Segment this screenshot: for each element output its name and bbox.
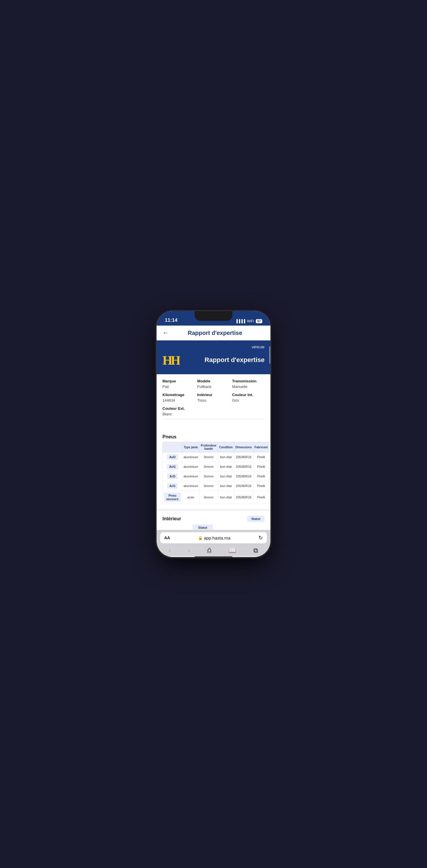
info-couleur-ext: Couleur Ext. Blanc xyxy=(163,406,195,416)
tire-dimensions: 205/80R16 xyxy=(234,462,253,472)
tire-col-fabricant: Fabricant xyxy=(253,442,269,452)
divider xyxy=(163,419,264,419)
tire-profondeur: 3mmm xyxy=(199,481,218,491)
tire-label: Pneu secours xyxy=(163,491,182,504)
tire-row: AvG aluminium 3mmm bon état 205/80R16 Pi… xyxy=(163,462,269,472)
battery-badge: 97 xyxy=(256,319,262,323)
tire-profondeur: 3mmm xyxy=(199,452,218,462)
tires-table: Type jante Profondeur bande Condition Di… xyxy=(163,442,269,504)
tire-profondeur: 3mmm xyxy=(199,462,218,472)
info-marque: Marque Fiat xyxy=(163,379,195,389)
tires-heading: Pneus xyxy=(163,434,264,439)
logo-area: H H Rapport d'expertise xyxy=(163,351,264,368)
notch xyxy=(195,311,232,321)
page-title: Rapport d'expertise xyxy=(172,330,258,336)
url-bar[interactable]: AA 🔒 app.hasta.ma ↻ xyxy=(160,532,267,543)
tire-label: ArG xyxy=(163,481,182,491)
url-display: 🔒 app.hasta.ma xyxy=(198,535,230,540)
status-bar: 11:14 ▐▐▐▐ WiFi 97 xyxy=(156,311,271,326)
back-nav-button[interactable]: ‹ xyxy=(169,547,171,554)
tire-profondeur: 3mmm xyxy=(199,491,218,504)
tire-dimensions: 205/80R16 xyxy=(234,481,253,491)
browser-controls: ‹ › ⎙ 📖 ⧉ xyxy=(160,546,267,556)
aa-button[interactable]: AA xyxy=(164,535,170,540)
tire-jante: aluminium xyxy=(182,462,199,472)
refresh-button[interactable]: ↻ xyxy=(258,534,263,541)
home-bar xyxy=(195,556,232,557)
tire-col-label xyxy=(163,442,182,452)
tire-col-profondeur: Profondeur bande xyxy=(199,442,218,452)
marque-value: Fiat xyxy=(163,384,169,389)
tire-dimensions: 205/80R16 xyxy=(234,472,253,481)
tabs-button[interactable]: ⧉ xyxy=(253,547,258,554)
home-indicator xyxy=(156,556,271,557)
tire-label: AvG xyxy=(163,462,182,472)
tire-condition: bon état xyxy=(218,472,234,481)
tire-jante: aluminium xyxy=(182,472,199,481)
couleur-int-value: Gris xyxy=(232,398,239,403)
time: 11:14 xyxy=(165,317,177,323)
tires-section: Pneus Type jante Profondeur bande Condit… xyxy=(156,426,271,508)
marque-label: Marque xyxy=(163,379,195,383)
vehicle-label: véhicule xyxy=(163,345,264,349)
info-couleur-int: Couleur Int. Gris xyxy=(232,393,264,403)
modele-value: Fullback xyxy=(197,384,211,389)
tire-jante: aluminium xyxy=(182,481,199,491)
kilometrage-value: 144634 xyxy=(163,398,175,403)
couleur-int-label: Couleur Int. xyxy=(232,393,264,397)
share-button[interactable]: ⎙ xyxy=(207,547,211,554)
bookmarks-button[interactable]: 📖 xyxy=(228,547,236,554)
phone-screen: 11:14 ▐▐▐▐ WiFi 97 ← Rapport d'expertise… xyxy=(156,311,271,557)
signal-icon: ▐▐▐▐ xyxy=(235,319,245,323)
info-interieur: Intérieur Tissu xyxy=(197,393,230,403)
tire-row: AvD aluminium 3mmm bon état 205/80R16 Pi… xyxy=(163,452,269,462)
tire-jante: acier xyxy=(182,491,199,504)
info-modele: Modèle Fullback xyxy=(197,379,230,389)
interior-statut-left: Statut xyxy=(193,524,213,530)
tire-fabricant: Pirelli xyxy=(253,491,269,504)
scroll-indicator xyxy=(269,346,271,364)
tire-row: ArD aluminium 3mmm bon état 205/80R16 Pi… xyxy=(163,472,269,481)
logo-icon: H H xyxy=(163,351,180,368)
tire-condition: bon état xyxy=(218,481,234,491)
blue-banner: véhicule H H Rapport d'expertise xyxy=(156,340,271,374)
forward-nav-button[interactable]: › xyxy=(188,547,190,554)
interieur-value: Tissu xyxy=(197,398,206,403)
wifi-icon: WiFi xyxy=(247,319,254,323)
tire-profondeur: 3mmm xyxy=(199,472,218,481)
tire-jante: aluminium xyxy=(182,452,199,462)
status-icons: ▐▐▐▐ WiFi 97 xyxy=(235,319,262,323)
tire-dimensions: 205/80R16 xyxy=(234,491,253,504)
scroll-content[interactable]: véhicule H H Rapport d'expertise xyxy=(156,340,271,530)
browser-bar: AA 🔒 app.hasta.ma ↻ ‹ › ⎙ 📖 ⧉ xyxy=(156,530,271,556)
banner-title: Rapport d'expertise xyxy=(182,356,264,364)
tire-col-jante: Type jante xyxy=(182,442,199,452)
tire-col-dimensions: Dimensions xyxy=(234,442,253,452)
nav-header: ← Rapport d'expertise xyxy=(156,326,271,340)
tire-row: Pneu secours acier 3mmm bon état 205/80R… xyxy=(163,491,269,504)
tire-col-condition: Condition xyxy=(218,442,234,452)
phone-frame: 11:14 ▐▐▐▐ WiFi 97 ← Rapport d'expertise… xyxy=(156,311,271,557)
transmission-label: Transmission xyxy=(232,379,264,383)
lock-icon: 🔒 xyxy=(198,536,203,540)
back-button[interactable]: ← xyxy=(163,329,169,337)
transmission-value: Manuelle xyxy=(232,384,248,389)
statut-header-right: Statut xyxy=(247,516,264,522)
url-text: app.hasta.ma xyxy=(204,535,230,540)
couleur-ext-label: Couleur Ext. xyxy=(163,406,195,411)
tire-condition: bon état xyxy=(218,452,234,462)
vehicle-info-section: Marque Fiat Modèle Fullback Transmission… xyxy=(156,374,271,426)
tire-fabricant: Pirelli xyxy=(253,452,269,462)
tire-fabricant: Pirelli xyxy=(253,472,269,481)
tire-fabricant: Pirelli xyxy=(253,481,269,491)
info-transmission: Transmission Manuelle xyxy=(232,379,264,389)
interior-table: Statut Présence d'odeurs Bon Fenêtres Bo… xyxy=(163,524,264,530)
tire-fabricant: Pirelli xyxy=(253,462,269,472)
interieur-label: Intérieur xyxy=(197,393,230,397)
interior-heading: Intérieur xyxy=(163,516,181,522)
svg-text:H: H xyxy=(171,353,180,366)
interior-section: Intérieur Statut Statut Présence d'odeur… xyxy=(156,511,271,530)
tire-condition: bon état xyxy=(218,462,234,472)
tire-dimensions: 205/80R16 xyxy=(234,452,253,462)
couleur-ext-value: Blanc xyxy=(163,412,172,416)
